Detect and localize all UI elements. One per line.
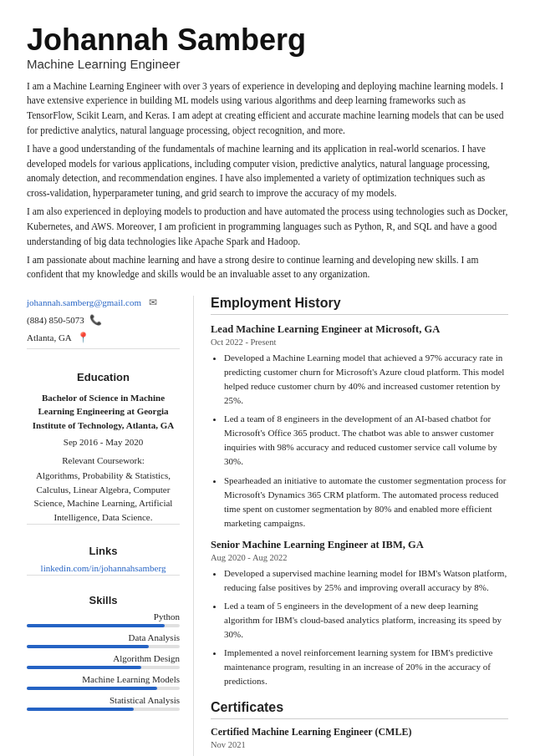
skills-list: Python Data Analysis Algorithm Design Ma…	[27, 611, 180, 711]
bullet: Developed a Machine Learning model that …	[224, 351, 508, 408]
location-icon: 📍	[77, 331, 90, 344]
skill-item: Algorithm Design	[27, 653, 180, 669]
candidate-title: Machine Learning Engineer	[27, 57, 508, 71]
linkedin-link[interactable]: linkedin.com/in/johannahsamberg	[41, 563, 166, 573]
summary-text: I am a Machine Learning Engineer with ov…	[27, 79, 508, 283]
links-section: Links linkedin.com/in/johannahsamberg	[27, 524, 180, 575]
skill-bar-fill	[27, 687, 157, 690]
skill-item: Statistical Analysis	[27, 695, 180, 711]
jobs-list: Lead Machine Learning Engineer at Micros…	[211, 323, 508, 688]
bullet: Implemented a novel reinforcement learni…	[224, 646, 508, 688]
phone-text: (884) 850-5073	[27, 315, 84, 325]
job-date: Oct 2022 - Present	[211, 337, 508, 347]
email-link[interactable]: johannah.samberg@gmail.com	[27, 297, 141, 307]
skill-item: Python	[27, 611, 180, 627]
job-block: Senior Machine Learning Engineer at IBM,…	[211, 539, 508, 688]
bullet: Led a team of 8 engineers in the develop…	[224, 412, 508, 469]
resume-container: Johannah Samberg Machine Learning Engine…	[0, 0, 535, 756]
skill-name: Python	[154, 611, 180, 622]
skills-section: Skills Python Data Analysis Algorithm De…	[27, 575, 180, 711]
certificates-section: Certificates Certified Machine Learning …	[211, 700, 508, 756]
two-column-layout: johannah.samberg@gmail.com ✉ (884) 850-5…	[27, 296, 508, 756]
job-date: Aug 2020 - Aug 2022	[211, 553, 508, 562]
job-bullets: Developed a supervised machine learning …	[211, 566, 508, 688]
skill-name: Statistical Analysis	[110, 695, 180, 705]
cert-block: Certified Machine Learning Engineer (CML…	[211, 726, 508, 749]
skill-name: Algorithm Design	[113, 653, 180, 663]
education-section: Education Bachelor of Science in Machine…	[27, 348, 180, 524]
skill-bar-bg	[27, 687, 180, 690]
certs-list: Certified Machine Learning Engineer (CML…	[211, 726, 508, 756]
bullet: Led a team of 5 engineers in the develop…	[224, 599, 508, 642]
skill-bar-fill	[27, 666, 141, 669]
email-icon: ✉	[146, 296, 160, 309]
skill-bar-fill	[27, 645, 149, 648]
contact-section: johannah.samberg@gmail.com ✉ (884) 850-5…	[27, 296, 180, 344]
education-title: Education	[27, 369, 180, 386]
candidate-name: Johannah Samberg	[27, 23, 508, 57]
education-coursework-label: Relevant Coursework:	[27, 454, 180, 468]
links-title: Links	[27, 545, 180, 557]
skill-item: Machine Learning Models	[27, 674, 180, 690]
job-block: Lead Machine Learning Engineer at Micros…	[211, 323, 508, 530]
skills-title: Skills	[27, 594, 180, 606]
skill-name: Data Analysis	[129, 632, 180, 642]
phone-item: (884) 850-5073 📞	[27, 313, 180, 327]
education-dates: Sep 2016 - May 2020	[27, 435, 180, 449]
education-coursework: Algorithms, Probability & Statistics, Ca…	[27, 469, 180, 524]
skill-item: Data Analysis	[27, 632, 180, 648]
phone-icon: 📞	[89, 313, 103, 327]
skill-bar-bg	[27, 624, 180, 627]
location-item: Atlanta, GA 📍	[27, 331, 180, 344]
skill-bar-fill	[27, 624, 165, 627]
skill-name: Machine Learning Models	[82, 674, 180, 684]
job-title: Senior Machine Learning Engineer at IBM,…	[211, 539, 508, 551]
location-text: Atlanta, GA	[27, 332, 72, 342]
job-title: Lead Machine Learning Engineer at Micros…	[211, 323, 508, 336]
skill-bar-fill	[27, 708, 134, 711]
email-item: johannah.samberg@gmail.com ✉	[27, 296, 180, 309]
job-bullets: Developed a Machine Learning model that …	[211, 351, 508, 530]
right-column: Employment History Lead Machine Learning…	[194, 296, 508, 756]
header: Johannah Samberg Machine Learning Engine…	[27, 23, 508, 71]
skill-bar-bg	[27, 708, 180, 711]
left-column: johannah.samberg@gmail.com ✉ (884) 850-5…	[27, 296, 194, 756]
bullet: Developed a supervised machine learning …	[224, 566, 508, 595]
cert-date: Nov 2021	[211, 740, 508, 749]
employment-section: Employment History Lead Machine Learning…	[211, 296, 508, 688]
certificates-title: Certificates	[211, 700, 508, 719]
education-degree: Bachelor of Science in Machine Learning …	[27, 391, 180, 433]
skill-bar-bg	[27, 666, 180, 669]
employment-title: Employment History	[211, 296, 508, 315]
skill-bar-bg	[27, 645, 180, 648]
cert-name: Certified Machine Learning Engineer (CML…	[211, 726, 508, 738]
bullet: Spearheaded an initiative to automate th…	[224, 474, 508, 530]
